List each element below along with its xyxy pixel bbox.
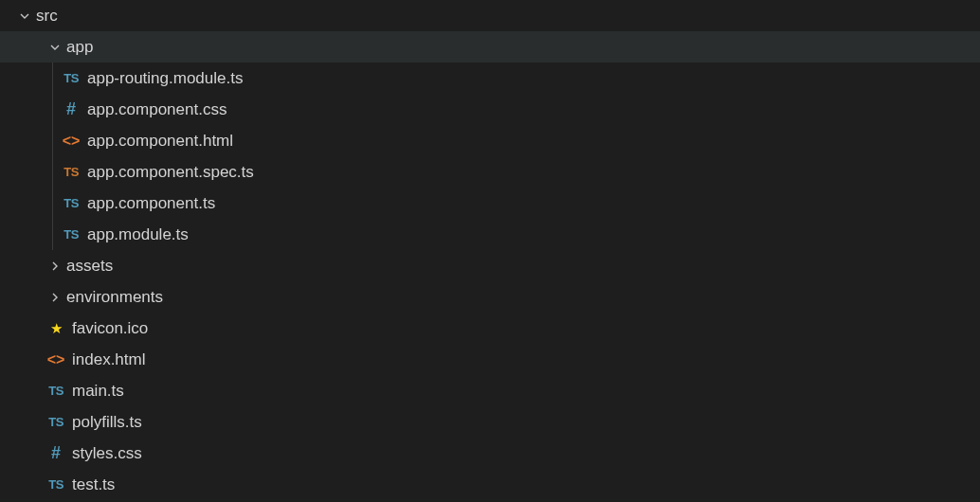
tree-file[interactable]: ★ favicon.ico: [0, 313, 980, 344]
tree-item-label: index.html: [72, 350, 145, 369]
tree-item-label: app.component.ts: [87, 194, 215, 213]
tree-file[interactable]: TS main.ts: [0, 375, 980, 406]
tree-item-label: styles.css: [72, 444, 142, 463]
tree-file[interactable]: <> app.component.html: [0, 125, 980, 156]
tree-item-label: app.component.css: [87, 100, 227, 119]
tree-item-label: polyfills.ts: [72, 413, 142, 432]
chevron-down-icon: [45, 38, 64, 57]
ts-file-icon: TS: [61, 224, 82, 245]
tree-file[interactable]: # app.component.css: [0, 94, 980, 125]
tree-item-label: app.component.spec.ts: [87, 163, 254, 182]
tree-file[interactable]: TS polyfills.ts: [0, 406, 980, 438]
css-file-icon: #: [45, 443, 66, 464]
tree-file[interactable]: TS app-routing.module.ts: [0, 63, 980, 94]
ts-spec-file-icon: TS: [61, 162, 82, 183]
tree-item-label: favicon.ico: [72, 319, 148, 338]
file-tree: src app TS app-routing.module.ts # app.c…: [0, 0, 980, 500]
tree-item-label: assets: [66, 257, 113, 276]
tree-item-label: app.module.ts: [87, 225, 189, 244]
chevron-right-icon: [45, 288, 64, 307]
ts-file-icon: TS: [45, 475, 66, 495]
tree-item-label: main.ts: [72, 382, 124, 401]
tree-item-label: app.component.html: [87, 132, 233, 151]
chevron-right-icon: [45, 257, 64, 276]
tree-file[interactable]: TS app.component.ts: [0, 188, 980, 219]
tree-file[interactable]: # styles.css: [0, 438, 980, 469]
tree-folder-assets[interactable]: assets: [0, 250, 980, 281]
tree-folder-app[interactable]: app: [0, 31, 980, 63]
tree-folder-src[interactable]: src: [0, 0, 980, 31]
ts-file-icon: TS: [45, 412, 66, 433]
ts-file-icon: TS: [61, 68, 82, 89]
chevron-down-icon: [15, 7, 34, 26]
tree-item-label: test.ts: [72, 475, 115, 494]
tree-file[interactable]: TS test.ts: [0, 469, 980, 500]
html-file-icon: <>: [61, 131, 82, 152]
tree-item-label: environments: [66, 288, 163, 307]
ts-file-icon: TS: [61, 193, 82, 214]
favicon-file-icon: ★: [45, 318, 66, 339]
css-file-icon: #: [61, 99, 82, 120]
tree-file[interactable]: TS app.component.spec.ts: [0, 156, 980, 188]
tree-item-label: app: [66, 38, 93, 57]
tree-file[interactable]: <> index.html: [0, 344, 980, 375]
tree-folder-environments[interactable]: environments: [0, 281, 980, 313]
html-file-icon: <>: [45, 350, 66, 370]
tree-item-label: src: [36, 7, 58, 26]
tree-item-label: app-routing.module.ts: [87, 69, 243, 88]
tree-file[interactable]: TS app.module.ts: [0, 219, 980, 250]
ts-file-icon: TS: [45, 381, 66, 402]
